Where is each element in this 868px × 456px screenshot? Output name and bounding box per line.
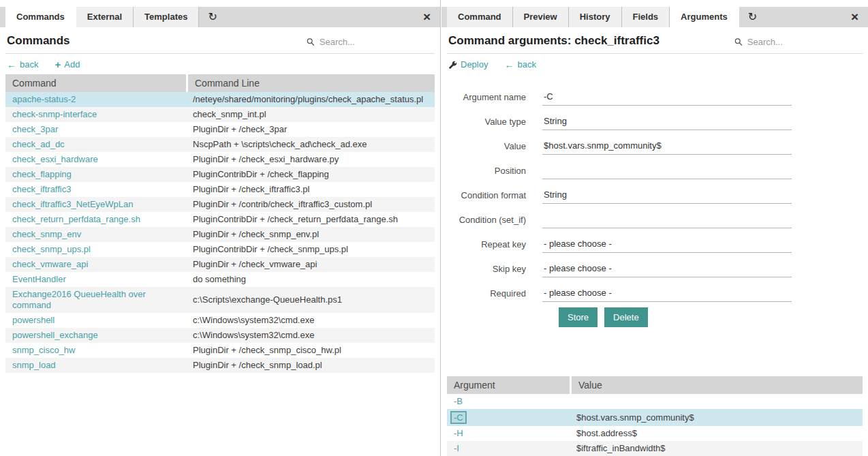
- search-box: [734, 36, 861, 48]
- command-link[interactable]: check_ad_dc: [12, 139, 65, 149]
- argument-name-field[interactable]: -C: [542, 90, 792, 106]
- repeat-key-field[interactable]: - please choose -: [542, 237, 792, 253]
- search-input[interactable]: [318, 36, 433, 48]
- page-title: Commands: [7, 34, 70, 48]
- argument-row[interactable]: -C$host.vars.snmp_community$: [447, 409, 863, 426]
- argument-row[interactable]: -H$host.address$: [447, 426, 863, 441]
- command-row[interactable]: Exchange2016 QueueHealth over commandc:\…: [5, 287, 435, 313]
- tab-fields[interactable]: Fields: [622, 7, 670, 27]
- left-header-row: Commands: [5, 27, 435, 54]
- command-row[interactable]: check_ad_dcNscpPath + \scripts\check_ad\…: [5, 137, 435, 152]
- argument-row[interactable]: -I$iftraffic_inBandwidth$: [447, 441, 863, 456]
- tab-command[interactable]: Command: [447, 7, 513, 27]
- delete-button[interactable]: Delete: [604, 307, 648, 327]
- back-link[interactable]: ← back: [504, 59, 536, 70]
- add-link[interactable]: + Add: [55, 59, 80, 70]
- command-row[interactable]: snmp_loadPluginDir + /check_snmp_load.pl: [5, 358, 435, 373]
- command-row[interactable]: check_flappingPluginContribDir + /check_…: [5, 167, 435, 182]
- back-link[interactable]: ← back: [7, 59, 38, 70]
- wrench-icon: [448, 61, 457, 70]
- command-row[interactable]: check_iftraffic3_NetEyeWpLanPluginDir + …: [5, 197, 435, 212]
- command-link[interactable]: check_esxi_hardware: [12, 154, 98, 164]
- command-link[interactable]: powershell: [12, 315, 55, 325]
- field-label-position: Position: [447, 166, 542, 179]
- command-link[interactable]: check_3par: [12, 124, 58, 134]
- close-icon[interactable]: ×: [423, 7, 431, 27]
- required-field[interactable]: - please choose -: [542, 286, 792, 302]
- command-link[interactable]: EventHandler: [12, 274, 66, 284]
- deploy-link[interactable]: Deploy: [448, 59, 488, 70]
- app: CommandsExternalTemplates ↻ × Commands ←…: [0, 0, 868, 456]
- command-link[interactable]: check_iftraffic3: [12, 184, 71, 194]
- condition-format-field[interactable]: String: [542, 188, 792, 204]
- argument-row[interactable]: -B: [447, 394, 863, 409]
- tab-external[interactable]: External: [76, 7, 134, 27]
- command-link[interactable]: Exchange2016 QueueHealth over command: [12, 289, 146, 310]
- command-row[interactable]: check_snmp_ups.plPluginContribDir + /che…: [5, 242, 435, 257]
- command-link[interactable]: snmp_cisco_hw: [12, 345, 76, 355]
- column-header-command[interactable]: Command: [5, 74, 186, 92]
- refresh-icon[interactable]: ↻: [208, 7, 217, 27]
- command-link[interactable]: check_return_perfdata_range.sh: [12, 214, 140, 224]
- tab-commands[interactable]: Commands: [5, 7, 76, 27]
- command-row[interactable]: check_esxi_hardwarePluginDir + /check_es…: [5, 152, 435, 167]
- command-link[interactable]: check_snmp_env: [12, 229, 81, 239]
- command-row[interactable]: check_3parPluginDir + /check_3par: [5, 122, 435, 137]
- command-row[interactable]: snmp_cisco_hwPluginDir + /check_snmp_cis…: [5, 343, 435, 358]
- command-link[interactable]: check_vmware_api: [12, 259, 88, 269]
- field-label-condition-format: Condition format: [447, 190, 542, 204]
- left-actions: ← back + Add: [5, 54, 435, 74]
- command-row[interactable]: EventHandlerdo something: [5, 272, 435, 287]
- left-panel: CommandsExternalTemplates ↻ × Commands ←…: [0, 0, 441, 456]
- right-actions: Deploy ← back: [447, 54, 863, 74]
- page-title: Command arguments: check_iftraffic3: [448, 34, 660, 48]
- command-row[interactable]: powershellc:\Windows\system32\cmd.exe: [5, 313, 435, 328]
- field-label-repeat-key: Repeat key: [447, 239, 542, 253]
- tab-templates[interactable]: Templates: [134, 7, 199, 27]
- form-buttons: Store Delete: [559, 307, 863, 327]
- right-header-row: Command arguments: check_iftraffic3: [447, 27, 863, 54]
- argument-link[interactable]: -B: [454, 396, 463, 406]
- condition-set-if-field[interactable]: [542, 219, 792, 228]
- command-link[interactable]: check-snmp-interface: [12, 109, 97, 119]
- column-header-command-line[interactable]: Command Line: [186, 74, 435, 92]
- search-input[interactable]: [746, 36, 861, 48]
- skip-key-field[interactable]: - please choose -: [542, 262, 792, 277]
- command-row[interactable]: check-snmp-interfacecheck_snmp_int.pl: [5, 107, 435, 122]
- command-row[interactable]: check_snmp_envPluginDir + /check_snmp_en…: [5, 227, 435, 242]
- column-header-argument[interactable]: Argument: [447, 376, 570, 394]
- command-row[interactable]: check_iftraffic3PluginDir + /check_iftra…: [5, 182, 435, 197]
- command-link[interactable]: apache-status-2: [12, 94, 76, 104]
- search-icon: [307, 37, 315, 46]
- search-icon: [734, 37, 743, 46]
- column-header-value[interactable]: Value: [570, 376, 863, 394]
- store-button[interactable]: Store: [559, 307, 598, 327]
- tab-arguments[interactable]: Arguments: [670, 7, 739, 27]
- value-field[interactable]: $host.vars.snmp_community$: [542, 139, 792, 155]
- field-label-condition-set-if: Condition (set_if): [447, 215, 542, 228]
- command-link[interactable]: check_iftraffic3_NetEyeWpLan: [12, 199, 134, 209]
- search-box: [307, 36, 433, 48]
- right-panel: CommandPreviewHistoryFieldsArguments ↻ ×…: [441, 0, 868, 456]
- command-row[interactable]: powershell_exchangec:\Windows\system32\c…: [5, 328, 435, 343]
- commands-table: CommandCommand Lineapache-status-2/netey…: [5, 74, 435, 373]
- command-link[interactable]: check_snmp_ups.pl: [12, 244, 91, 254]
- tab-history[interactable]: History: [569, 7, 622, 27]
- command-link[interactable]: check_flapping: [12, 169, 72, 179]
- field-label-value-type: Value type: [447, 117, 542, 130]
- position-field[interactable]: [542, 170, 792, 179]
- argument-link[interactable]: -I: [454, 443, 459, 453]
- right-tabbar: CommandPreviewHistoryFieldsArguments ↻ ×: [441, 7, 868, 27]
- close-icon[interactable]: ×: [851, 7, 858, 27]
- command-link[interactable]: snmp_load: [12, 360, 56, 370]
- refresh-icon[interactable]: ↻: [748, 7, 757, 27]
- tab-preview[interactable]: Preview: [513, 7, 569, 27]
- command-row[interactable]: check_return_perfdata_range.shPluginCont…: [5, 212, 435, 227]
- command-link[interactable]: powershell_exchange: [12, 330, 98, 340]
- arrow-left-icon: ←: [7, 59, 16, 70]
- argument-link[interactable]: -C: [450, 411, 467, 424]
- argument-link[interactable]: -H: [454, 428, 463, 438]
- value-type-field[interactable]: String: [542, 115, 792, 130]
- command-row[interactable]: apache-status-2/neteye/shared/monitoring…: [5, 92, 435, 107]
- command-row[interactable]: check_vmware_apiPluginDir + /check_vmwar…: [5, 257, 435, 272]
